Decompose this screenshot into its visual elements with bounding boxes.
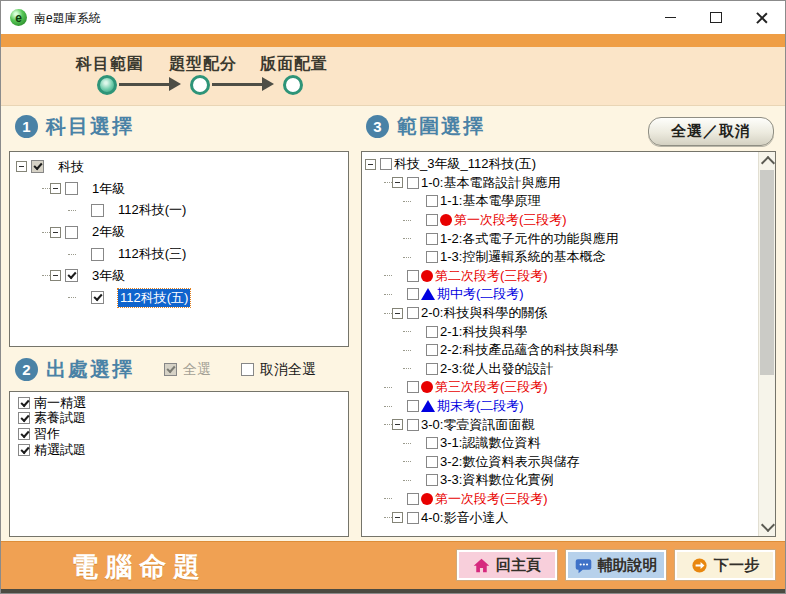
tree-item-label[interactable]: 精選試題 bbox=[34, 441, 86, 459]
step-circle-3[interactable] bbox=[283, 75, 303, 95]
tree-row[interactable]: 3-2:數位資料表示與儲存 bbox=[362, 453, 758, 472]
item-checkbox[interactable] bbox=[18, 444, 30, 456]
tree-row[interactable]: 3-3:資料數位化實例 bbox=[362, 471, 758, 490]
item-checkbox[interactable] bbox=[31, 160, 44, 173]
collapse-toggle-icon[interactable] bbox=[392, 512, 403, 523]
tree-item-label[interactable]: 科技 bbox=[58, 158, 84, 176]
tree-row[interactable]: 3-0:零壹資訊面面觀 bbox=[362, 415, 758, 434]
tree-item-label[interactable]: 1-3:控制邏輯系統的基本概念 bbox=[440, 248, 605, 266]
tree-row[interactable]: 第一次段考(三段考) bbox=[362, 490, 758, 509]
item-checkbox[interactable] bbox=[407, 381, 419, 393]
tree-row[interactable]: 3-1:認識數位資料 bbox=[362, 434, 758, 453]
close-button[interactable] bbox=[739, 1, 785, 34]
tree-item-label[interactable]: 第一次段考(三段考) bbox=[454, 211, 567, 229]
item-checkbox[interactable] bbox=[426, 214, 438, 226]
range-tree-scrollbar[interactable] bbox=[758, 152, 775, 536]
tree-row[interactable]: 1-1:基本電學原理 bbox=[362, 192, 758, 211]
item-checkbox[interactable] bbox=[426, 233, 438, 245]
tree-item-label[interactable]: 3-2:數位資料表示與儲存 bbox=[440, 453, 579, 471]
tree-item-label[interactable]: 期中考(二段考) bbox=[437, 285, 524, 303]
item-checkbox[interactable] bbox=[426, 251, 438, 263]
tree-row[interactable]: 期末考(二段考) bbox=[362, 397, 758, 416]
tree-item-label[interactable]: 1-2:各式電子元件的功能與應用 bbox=[440, 230, 618, 248]
tree-item-label[interactable]: 2-0:科技與科學的關係 bbox=[421, 304, 547, 322]
tree-item-label[interactable]: 3-3:資料數位化實例 bbox=[440, 471, 553, 489]
select-all-checkbox-box[interactable] bbox=[164, 363, 177, 376]
tree-row[interactable]: 科技 bbox=[10, 156, 348, 178]
next-step-button[interactable]: 下一步 bbox=[675, 550, 775, 580]
item-checkbox[interactable] bbox=[407, 270, 419, 282]
tree-item-label[interactable]: 1-0:基本電路設計與應用 bbox=[421, 174, 560, 192]
item-checkbox[interactable] bbox=[407, 177, 419, 189]
item-checkbox[interactable] bbox=[91, 291, 104, 304]
tree-row[interactable]: 2-1:科技與科學 bbox=[362, 322, 758, 341]
collapse-toggle-icon[interactable] bbox=[392, 177, 403, 188]
tree-row[interactable]: 1-3:控制邏輯系統的基本概念 bbox=[362, 248, 758, 267]
tree-item-label[interactable]: 2-1:科技與科學 bbox=[440, 323, 527, 341]
tree-item-label[interactable]: 2-2:科技產品蘊含的科技與科學 bbox=[440, 341, 618, 359]
item-checkbox[interactable] bbox=[426, 195, 438, 207]
tree-row[interactable]: 第二次段考(三段考) bbox=[362, 267, 758, 286]
select-all-toggle-button[interactable]: 全選／取消 bbox=[648, 117, 774, 146]
item-checkbox[interactable] bbox=[426, 437, 438, 449]
collapse-toggle-icon[interactable] bbox=[50, 183, 61, 194]
tree-row[interactable]: 期中考(二段考) bbox=[362, 285, 758, 304]
tree-item-label[interactable]: 2-3:從人出發的設計 bbox=[440, 360, 553, 378]
tree-row[interactable]: 第一次段考(三段考) bbox=[362, 211, 758, 230]
item-checkbox[interactable] bbox=[426, 344, 438, 356]
collapse-toggle-icon[interactable] bbox=[16, 161, 27, 172]
tree-item-label[interactable]: 112科技(五) bbox=[118, 289, 190, 307]
home-button[interactable]: 回主頁 bbox=[457, 550, 557, 580]
tree-row[interactable]: 南一精選 bbox=[14, 395, 348, 411]
tree-row[interactable]: 2-0:科技與科學的關係 bbox=[362, 304, 758, 323]
tree-row[interactable]: 素養試題 bbox=[14, 411, 348, 427]
deselect-all-checkbox-box[interactable] bbox=[241, 363, 254, 376]
tree-row[interactable]: 科技_3年級_112科技(五) bbox=[362, 155, 758, 174]
tree-item-label[interactable]: 3-0:零壹資訊面面觀 bbox=[421, 416, 534, 434]
tree-row[interactable]: 第三次段考(三段考) bbox=[362, 378, 758, 397]
tree-item-label[interactable]: 2年級 bbox=[92, 223, 125, 241]
tree-item-label[interactable]: 期末考(二段考) bbox=[437, 397, 524, 415]
tree-row[interactable]: 2-3:從人出發的設計 bbox=[362, 360, 758, 379]
item-checkbox[interactable] bbox=[426, 456, 438, 468]
tree-row[interactable]: 2-2:科技產品蘊含的科技與科學 bbox=[362, 341, 758, 360]
collapse-toggle-icon[interactable] bbox=[365, 159, 376, 170]
tree-row[interactable]: 1年級 bbox=[10, 178, 348, 200]
tree-item-label[interactable]: 1-1:基本電學原理 bbox=[440, 192, 540, 210]
item-checkbox[interactable] bbox=[18, 412, 30, 424]
item-checkbox[interactable] bbox=[380, 158, 392, 170]
item-checkbox[interactable] bbox=[65, 182, 78, 195]
tree-item-label[interactable]: 科技_3年級_112科技(五) bbox=[394, 155, 536, 173]
item-checkbox[interactable] bbox=[407, 307, 419, 319]
step-circle-2[interactable] bbox=[190, 75, 210, 95]
help-button[interactable]: 輔助說明 bbox=[566, 550, 666, 580]
scrollbar-thumb[interactable] bbox=[760, 170, 774, 375]
tree-row[interactable]: 精選試題 bbox=[14, 442, 348, 458]
item-checkbox[interactable] bbox=[407, 419, 419, 431]
item-checkbox[interactable] bbox=[407, 400, 419, 412]
tree-row[interactable]: 習作 bbox=[14, 426, 348, 442]
collapse-toggle-icon[interactable] bbox=[50, 227, 61, 238]
item-checkbox[interactable] bbox=[426, 326, 438, 338]
tree-item-label[interactable]: 第三次段考(三段考) bbox=[435, 378, 548, 396]
item-checkbox[interactable] bbox=[18, 397, 30, 409]
tree-row[interactable]: 4-0:影音小達人 bbox=[362, 508, 758, 527]
scroll-up-icon[interactable] bbox=[761, 156, 775, 170]
tree-row[interactable]: 112科技(一) bbox=[10, 200, 348, 222]
item-checkbox[interactable] bbox=[65, 269, 78, 282]
collapse-toggle-icon[interactable] bbox=[392, 308, 403, 319]
tree-item-label[interactable]: 第二次段考(三段考) bbox=[435, 267, 548, 285]
select-all-checkbox[interactable]: 全選 bbox=[160, 361, 211, 379]
minimize-button[interactable] bbox=[647, 1, 693, 34]
item-checkbox[interactable] bbox=[65, 226, 78, 239]
tree-row[interactable]: 1-0:基本電路設計與應用 bbox=[362, 174, 758, 193]
collapse-toggle-icon[interactable] bbox=[392, 419, 403, 430]
tree-row[interactable]: 112科技(三) bbox=[10, 243, 348, 265]
step-circle-1[interactable] bbox=[97, 75, 117, 95]
tree-row[interactable]: 2年級 bbox=[10, 221, 348, 243]
tree-item-label[interactable]: 第一次段考(三段考) bbox=[435, 490, 548, 508]
tree-item-label[interactable]: 112科技(三) bbox=[118, 245, 186, 263]
maximize-button[interactable] bbox=[693, 1, 739, 34]
item-checkbox[interactable] bbox=[91, 248, 104, 261]
tree-row[interactable]: 3年級 bbox=[10, 265, 348, 287]
